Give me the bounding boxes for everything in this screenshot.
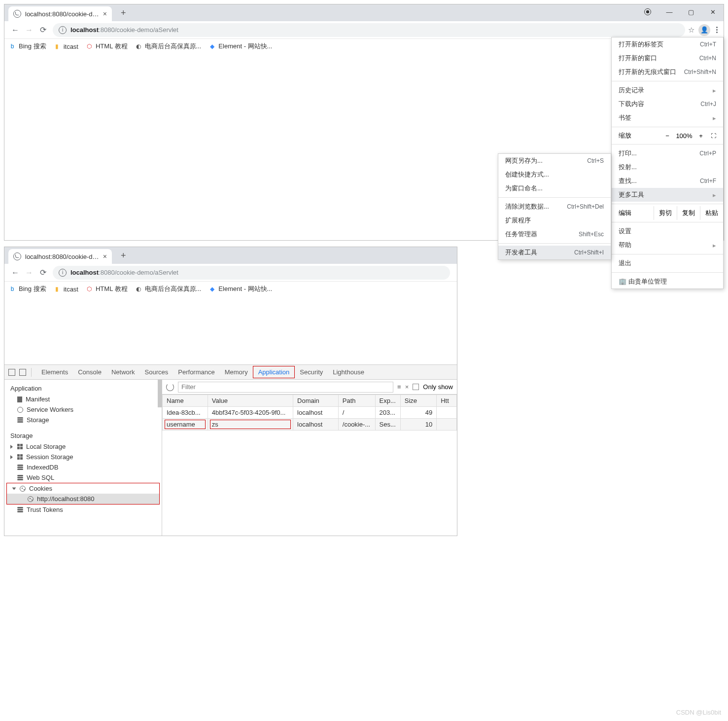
submenu-devtools[interactable]: 开发者工具Ctrl+Shift+I [498, 246, 611, 259]
menu-incognito[interactable]: 打开新的无痕式窗口Ctrl+Shift+N [612, 65, 723, 79]
col-header[interactable]: Path [338, 395, 375, 407]
col-header[interactable]: Size [400, 395, 436, 407]
only-show-checkbox[interactable] [413, 384, 419, 390]
maximize-button[interactable]: ▢ [680, 4, 702, 19]
submenu-extensions[interactable]: 扩展程序 [498, 214, 611, 227]
devtools-tab-sources[interactable]: Sources [140, 365, 173, 379]
avatar-icon[interactable]: 👤 [698, 24, 710, 36]
devtools-tab-security[interactable]: Security [295, 365, 328, 379]
node-cookies[interactable]: Cookies [7, 483, 159, 494]
device-icon[interactable] [19, 369, 26, 376]
reload-button[interactable]: ⟳ [36, 23, 50, 37]
menu-copy[interactable]: 复制 [677, 206, 700, 220]
star-icon[interactable]: ☆ [688, 26, 694, 35]
bookmark-item[interactable]: ◆Element - 网站快... [208, 285, 272, 293]
section-storage: Storage [4, 430, 162, 441]
col-header[interactable]: Value [208, 395, 293, 407]
reload-button[interactable]: ⟳ [36, 266, 50, 280]
devtools-tab-application[interactable]: Application [253, 366, 295, 378]
new-tab-button[interactable]: + [117, 6, 130, 20]
devtools-tab-elements[interactable]: Elements [36, 365, 73, 379]
menu-cast[interactable]: 投射... [612, 160, 723, 174]
menu-help[interactable]: 帮助▸ [612, 238, 723, 252]
info-icon[interactable]: i [59, 269, 67, 277]
menu-find[interactable]: 查找...Ctrl+F [612, 174, 723, 188]
record-icon[interactable] [637, 4, 659, 19]
back-button[interactable]: ← [8, 23, 22, 37]
menu-new-window[interactable]: 打开新的窗口Ctrl+N [612, 51, 723, 65]
menu-print[interactable]: 打印...Ctrl+P [612, 146, 723, 160]
refresh-icon[interactable] [166, 383, 174, 391]
table-cell: localhost [293, 407, 339, 419]
node-session-storage[interactable]: Session Storage [4, 452, 162, 462]
node-service-workers[interactable]: Service Workers [4, 404, 162, 415]
bookmark-item[interactable]: ◐电商后台高保真原... [135, 285, 202, 293]
back-button[interactable]: ← [8, 266, 22, 280]
menu-cut[interactable]: 剪切 [654, 206, 677, 220]
address-bar[interactable]: i localhost:8080/cookie-demo/aServlet [53, 23, 685, 37]
menu-exit[interactable]: 退出 [612, 256, 723, 270]
devtools-tab-memory[interactable]: Memory [220, 365, 253, 379]
menu-paste[interactable]: 粘贴 [700, 206, 723, 220]
close-button[interactable]: ✕ [702, 4, 724, 19]
devtools-tab-network[interactable]: Network [106, 365, 140, 379]
menu-downloads[interactable]: 下载内容Ctrl+J [612, 97, 723, 111]
bookmark-icon: ▮ [53, 42, 61, 50]
menu-bookmarks[interactable]: 书签▸ [612, 111, 723, 125]
new-tab-button[interactable]: + [117, 249, 130, 263]
clear-icon[interactable]: × [405, 383, 409, 391]
browser-tab[interactable]: localhost:8080/cookie-demo/a × [8, 6, 112, 21]
table-row[interactable]: usernamezslocalhost/cookie-...Ses...10 [163, 419, 457, 431]
minimize-button[interactable]: — [659, 4, 680, 19]
bookmark-item[interactable]: bBing 搜索 [8, 42, 46, 51]
bookmark-item[interactable]: ▮itcast [53, 42, 78, 50]
submenu-create-shortcut[interactable]: 创建快捷方式... [498, 168, 611, 181]
submenu-save-as[interactable]: 网页另存为...Ctrl+S [498, 154, 611, 168]
node-indexeddb[interactable]: IndexedDB [4, 462, 162, 472]
bookmark-item[interactable]: ⬡HTML 教程 [85, 42, 128, 51]
close-icon[interactable]: × [103, 252, 107, 260]
bookmark-item[interactable]: ◆Element - 网站快... [208, 42, 272, 51]
zoom-out-button[interactable]: − [661, 132, 673, 140]
bookmark-label: itcast [64, 286, 78, 293]
database-icon [17, 475, 23, 480]
table-cell: 10 [400, 419, 436, 431]
col-header[interactable]: Name [163, 395, 208, 407]
node-storage[interactable]: Storage [4, 415, 162, 425]
table-row[interactable]: Idea-83cb...4bbf347c-5f03-4205-9f0...loc… [163, 407, 457, 419]
menu-more-tools[interactable]: 更多工具▸ [612, 188, 723, 202]
bookmark-item[interactable]: ◐电商后台高保真原... [135, 42, 202, 51]
node-trust-tokens[interactable]: Trust Tokens [4, 505, 162, 515]
menu-settings[interactable]: 设置 [612, 224, 723, 238]
node-local-storage[interactable]: Local Storage [4, 441, 162, 452]
section-application: Application [4, 383, 162, 394]
fullscreen-icon[interactable]: ⛶ [711, 133, 716, 139]
close-icon[interactable]: × [103, 10, 107, 18]
address-bar[interactable]: i localhost:8080/cookie-demo/aServlet [53, 266, 450, 280]
node-cookie-origin[interactable]: http://localhost:8080 [7, 494, 159, 504]
node-websql[interactable]: Web SQL [4, 472, 162, 483]
zoom-in-button[interactable]: + [695, 132, 707, 140]
devtools-tab-lighthouse[interactable]: Lighthouse [328, 365, 369, 379]
info-icon[interactable]: i [59, 26, 67, 34]
col-header[interactable]: Domain [293, 395, 339, 407]
menu-edit-row: 编辑 剪切 复制 粘贴 [612, 206, 723, 220]
inspect-icon[interactable] [8, 369, 15, 376]
submenu-name-window[interactable]: 为窗口命名... [498, 181, 611, 195]
filter-input[interactable] [178, 382, 393, 393]
menu-button[interactable] [714, 25, 720, 35]
bookmark-item[interactable]: bBing 搜索 [8, 285, 46, 293]
filter-icon[interactable]: ≡ [397, 383, 401, 391]
bookmark-item[interactable]: ⬡HTML 教程 [85, 285, 128, 293]
menu-new-tab[interactable]: 打开新的标签页Ctrl+T [612, 37, 723, 51]
devtools-tab-console[interactable]: Console [73, 365, 106, 379]
node-manifest[interactable]: Manifest [4, 394, 162, 404]
browser-tab[interactable]: localhost:8080/cookie-demo/a × [8, 249, 112, 264]
col-header[interactable]: Exp... [375, 395, 400, 407]
devtools-tab-performance[interactable]: Performance [173, 365, 219, 379]
submenu-clear-data[interactable]: 清除浏览数据...Ctrl+Shift+Del [498, 200, 611, 214]
col-header[interactable]: Htt [437, 395, 457, 407]
submenu-task-manager[interactable]: 任务管理器Shift+Esc [498, 227, 611, 241]
bookmark-item[interactable]: ▮itcast [53, 285, 78, 293]
menu-history[interactable]: 历史记录▸ [612, 83, 723, 97]
